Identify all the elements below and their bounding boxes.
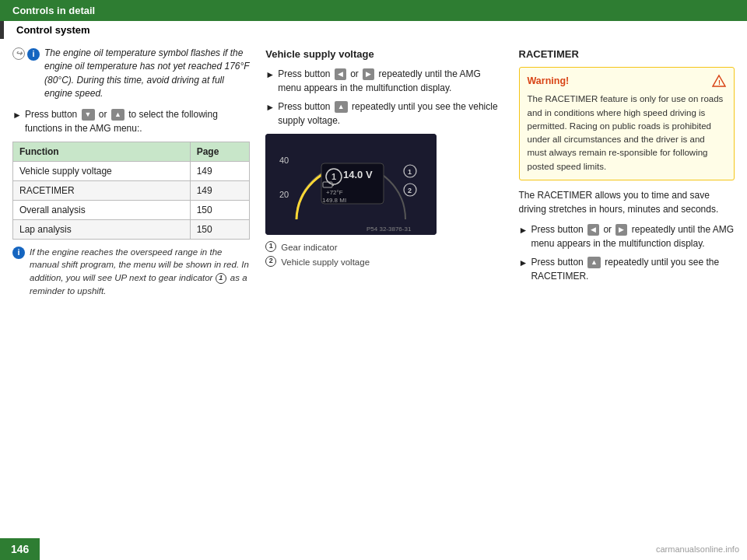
svg-text:!: ! xyxy=(718,79,721,86)
right-right-btn: ▶ xyxy=(615,224,627,236)
svg-text:1: 1 xyxy=(331,172,336,181)
table-row: Vehicle supply voltage149 xyxy=(13,161,250,180)
mid-right-btn: ▶ xyxy=(363,68,374,81)
mid-column: Vehicle supply voltage ► Press button ◀ … xyxy=(265,47,503,544)
mid-bullet-2: ► Press button ▲ repeatedly until you se… xyxy=(265,100,503,128)
top-info-block: ↪ i The engine oil temperature symbol fl… xyxy=(12,47,250,101)
table-cell-page: 149 xyxy=(190,180,250,200)
table-cell-function: Vehicle supply voltage xyxy=(13,161,191,180)
pointer-icon: ↪ xyxy=(12,47,25,60)
warning-label: Warning! xyxy=(528,74,570,89)
caption-1-text: Gear indicator xyxy=(281,241,337,254)
right-up-btn: ▲ xyxy=(587,257,601,269)
right-bullet-arrow-1: ► xyxy=(519,223,528,237)
right-left-btn: ◀ xyxy=(587,224,599,236)
table-header-page: Page xyxy=(190,142,250,161)
dashboard-captions: 1 Gear indicator 2 Vehicle supply voltag… xyxy=(265,241,503,270)
mid-bullet-arrow-2: ► xyxy=(265,100,275,114)
function-table: Function Page Vehicle supply voltage149R… xyxy=(12,142,250,240)
caption-2-text: Vehicle supply voltage xyxy=(281,256,370,269)
info-icon-bottom: i xyxy=(12,247,25,259)
caption-2: 2 Vehicle supply voltage xyxy=(265,256,503,269)
svg-text:1: 1 xyxy=(408,168,412,176)
mid-up-btn-2: ▲ xyxy=(335,101,348,114)
up-button-icon: ▲ xyxy=(111,109,124,121)
subheader-title: Control system xyxy=(16,24,90,36)
mid-bullet-2-text: Press button ▲ repeatedly until you see … xyxy=(278,100,503,128)
mid-bullet-1-text: Press button ◀ or ▶ repeatedly until the… xyxy=(278,67,503,95)
circled-1-ref: 1 xyxy=(216,273,226,284)
warning-box: Warning! ! The RACETIMER feature is only… xyxy=(519,67,735,180)
right-bullet-1: ► Press button ◀ or ▶ repeatedly until t… xyxy=(519,222,735,250)
table-cell-page: 150 xyxy=(190,200,250,219)
right-bullet-2-text: Press button ▲ repeatedly until you see … xyxy=(531,255,735,283)
table-cell-page: 150 xyxy=(190,219,250,239)
table-row: RACETIMER149 xyxy=(13,180,250,200)
bullet-select: ► Press button ▼ or ▲ to select the foll… xyxy=(12,107,250,135)
header-bar: Controls in detail xyxy=(0,0,747,21)
svg-text:20: 20 xyxy=(279,190,289,199)
svg-text:40: 40 xyxy=(279,156,289,165)
left-column: ↪ i The engine oil temperature symbol fl… xyxy=(12,47,250,544)
table-cell-function: RACETIMER xyxy=(13,180,191,200)
mid-bullet-arrow-1: ► xyxy=(265,68,275,82)
svg-text:P54 32-3876-31: P54 32-3876-31 xyxy=(366,226,412,233)
warning-triangle-icon: ! xyxy=(712,74,726,88)
table-cell-page: 149 xyxy=(190,161,250,180)
subheader-bar: Control system xyxy=(0,21,747,39)
table-cell-function: Overall analysis xyxy=(13,200,191,219)
right-column: RACETIMER Warning! ! The RACETIMER featu… xyxy=(519,47,735,544)
table-cell-function: Lap analysis xyxy=(13,219,191,239)
bullet-select-text: Press button ▼ or ▲ to select the follow… xyxy=(25,107,250,135)
caption-1: 1 Gear indicator xyxy=(265,241,503,254)
down-button-icon: ▼ xyxy=(82,109,95,121)
info-box-bottom: i If the engine reaches the overspeed ra… xyxy=(12,246,250,298)
header-title: Controls in detail xyxy=(12,5,95,16)
dashboard-svg: 40 20 1 1 14.0 V 2 xyxy=(265,134,437,235)
racetimer-para1: The RACETIMER allows you to time and sav… xyxy=(519,188,735,216)
mid-left-btn: ◀ xyxy=(335,68,346,81)
right-bullet-arrow-2: ► xyxy=(519,256,528,270)
right-bullet-1-text: Press button ◀ or ▶ repeatedly until the… xyxy=(531,222,735,250)
bullet-arrow-1: ► xyxy=(12,108,22,122)
caption-circled-2: 2 xyxy=(265,256,276,267)
table-row: Lap analysis150 xyxy=(13,219,250,239)
watermark: carmanualsonline.info xyxy=(656,544,739,554)
caption-circled-1: 1 xyxy=(265,241,276,252)
page-number: 146 xyxy=(0,538,40,560)
warning-header: Warning! ! xyxy=(528,74,727,89)
info-icon-top: i xyxy=(27,48,40,61)
top-info-text: The engine oil temperature symbol flashe… xyxy=(44,47,250,101)
dashboard-image: 40 20 1 1 14.0 V 2 xyxy=(265,134,437,235)
racetimer-title: RACETIMER xyxy=(519,47,735,62)
right-bullet-2: ► Press button ▲ repeatedly until you se… xyxy=(519,255,735,283)
vehicle-voltage-title: Vehicle supply voltage xyxy=(265,47,503,62)
svg-text:+72°F: +72°F xyxy=(326,189,343,196)
table-header-function: Function xyxy=(13,142,191,161)
table-row: Overall analysis150 xyxy=(13,200,250,219)
warning-text: The RACETIMER feature is only for use on… xyxy=(528,93,727,173)
svg-rect-10 xyxy=(332,184,334,186)
info-text: If the engine reaches the overspeed rang… xyxy=(30,246,250,298)
svg-text:14.0 V: 14.0 V xyxy=(343,169,373,180)
svg-text:2: 2 xyxy=(408,187,412,194)
mid-bullet-1: ► Press button ◀ or ▶ repeatedly until t… xyxy=(265,67,503,95)
svg-text:149.8 MI: 149.8 MI xyxy=(322,197,346,204)
